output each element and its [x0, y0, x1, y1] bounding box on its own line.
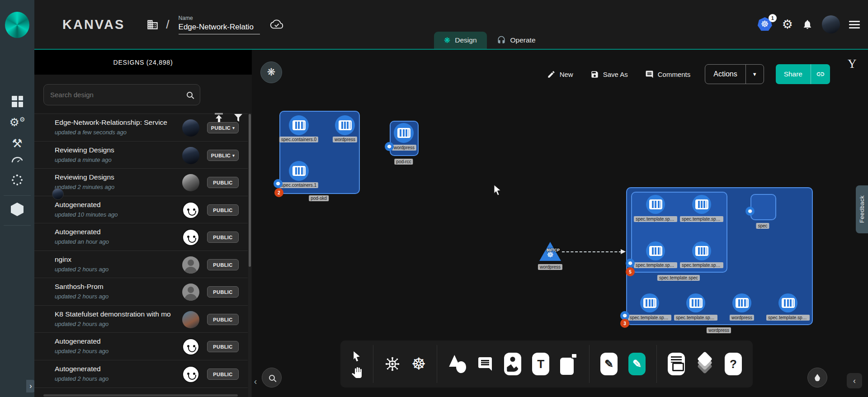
pod-badge-icon[interactable]: ☸	[385, 142, 394, 151]
scrollbar-thumb[interactable]	[249, 114, 251, 267]
collapse-right-chevron[interactable]: ‹	[847, 373, 862, 388]
visibility-badge[interactable]: PUBLIC	[207, 232, 239, 243]
alert-count-badge[interactable]: 3	[620, 319, 629, 328]
container-node[interactable]	[289, 115, 309, 135]
actions-caret-button[interactable]: ▼	[745, 65, 764, 84]
settings-button[interactable]: ⚙	[782, 19, 793, 31]
pen-tool[interactable]: ✎	[600, 353, 618, 375]
sticky-note-tool[interactable]	[560, 353, 578, 375]
container-node[interactable]	[335, 115, 355, 135]
visibility-badge[interactable]: PUBLIC▾	[207, 150, 239, 161]
pod-badge-icon[interactable]: ☸	[745, 207, 755, 216]
node-spec[interactable]	[750, 194, 776, 220]
design-list-item[interactable]: nginx updated 2 hours ago PUBLIC	[34, 250, 248, 278]
container-node[interactable]	[646, 241, 665, 260]
visibility-badge[interactable]: PUBLIC▾	[207, 122, 239, 133]
breadcrumb-separator: /	[166, 18, 169, 32]
collapse-panel-chevron[interactable]: ‹	[252, 374, 259, 388]
container-node[interactable]	[289, 161, 309, 181]
visibility-badge[interactable]: PUBLIC	[207, 341, 239, 352]
shapes-dock-toggle-button[interactable]: ❋	[260, 61, 282, 83]
zoom-button[interactable]	[262, 368, 282, 388]
designs-scrollbar[interactable]	[248, 113, 251, 397]
help-tool[interactable]: ?	[725, 353, 742, 375]
visibility-badge[interactable]: PUBLIC	[207, 369, 239, 380]
visibility-badge[interactable]: PUBLIC	[207, 204, 239, 216]
sidebar-item-extensions[interactable]	[0, 175, 34, 185]
design-list-item[interactable]: Reviewing Designs updated 2 minutes ago …	[34, 168, 248, 196]
new-design-button[interactable]: New	[544, 70, 576, 79]
tab-operate[interactable]: Operate	[487, 32, 546, 49]
comments-button[interactable]: Comments	[642, 70, 693, 79]
component-graph-tool[interactable]	[384, 356, 401, 372]
comment-tool[interactable]	[477, 356, 493, 372]
sidebar-item-lifecycle[interactable]: ⚙⚙	[0, 116, 34, 129]
container-node[interactable]	[692, 241, 711, 260]
container-node[interactable]	[686, 293, 705, 312]
layers-tool[interactable]	[696, 354, 714, 374]
edge-service-to-deployment[interactable]	[562, 251, 622, 252]
visibility-badge[interactable]: PUBLIC	[207, 259, 239, 270]
search-input[interactable]	[44, 91, 187, 99]
design-list-item[interactable]: Autogenerated updated 2 hours ago PUBLIC	[34, 360, 248, 388]
designs-horizontal-scrollbar[interactable]	[43, 394, 238, 397]
feedback-tab[interactable]: Feedback	[856, 185, 868, 233]
container-node[interactable]	[732, 293, 751, 312]
image-tool[interactable]	[504, 353, 521, 375]
container-node[interactable]	[640, 293, 659, 312]
sidebar-item-configuration[interactable]: ⚒	[0, 137, 34, 151]
pod-badge-icon[interactable]: ☸	[626, 259, 635, 268]
container-node[interactable]	[778, 293, 797, 312]
visibility-badge[interactable]: PUBLIC	[207, 314, 239, 325]
kubernetes-wheel-icon: ☸	[411, 356, 426, 372]
shapes-tool[interactable]	[448, 354, 466, 374]
freehand-draw-tool-active[interactable]: ✎	[628, 353, 646, 375]
node-pod-template[interactable]	[631, 192, 727, 273]
k8s-context-switcher[interactable]: ☸ 1	[758, 17, 773, 32]
design-list-item[interactable]: Autogenerated updated 2 hours ago PUBLIC	[34, 332, 248, 360]
pod-badge-icon[interactable]: ☸	[274, 179, 283, 188]
meshery-logo-container[interactable]	[0, 0, 34, 50]
tab-design[interactable]: ❋ Design	[434, 32, 487, 49]
container-node[interactable]	[692, 195, 711, 214]
container-node[interactable]	[646, 195, 665, 214]
user-avatar[interactable]	[822, 15, 840, 33]
sidebar-item-dashboard[interactable]	[0, 96, 34, 107]
design-list-item[interactable]: Autogenerated updated 10 minutes ago PUB…	[34, 196, 248, 223]
designs-panel: DESIGNS (24,898) Edge-Network-Relationsh…	[34, 50, 252, 397]
node-label: spec.template.spec...	[674, 315, 717, 321]
notifications-button[interactable]	[802, 19, 813, 30]
organization-icon[interactable]	[146, 19, 159, 31]
search-box[interactable]	[43, 84, 200, 105]
kubernetes-components-tool[interactable]: ☸	[411, 356, 426, 372]
pan-tool-button[interactable]	[351, 367, 362, 378]
sidebar-item-kanvas[interactable]	[0, 203, 34, 216]
design-list-item[interactable]: K8 Statefulset demonstration with mo upd…	[34, 305, 248, 333]
design-updated: updated 2 hours ago	[55, 321, 108, 327]
design-name-field[interactable]: Name Edge-Network-Relatio	[179, 15, 260, 34]
dock-pin-button[interactable]	[807, 368, 827, 388]
save-as-button[interactable]: Save As	[588, 70, 631, 79]
design-canvas[interactable]: ❋ New Save As Comments Actions ▼ Share	[252, 50, 868, 397]
design-list-item[interactable]: Autogenerated updated an hour ago PUBLIC	[34, 223, 248, 250]
design-list-item[interactable]: Edge-Network-Relationship: Service updat…	[34, 113, 248, 141]
visibility-badge[interactable]: PUBLIC	[207, 286, 239, 298]
sidebar-item-performance[interactable]	[0, 155, 34, 164]
design-name-input[interactable]: Edge-Network-Relatio	[179, 23, 260, 34]
select-tool-button[interactable]	[351, 350, 362, 363]
actions-button[interactable]: Actions	[705, 65, 745, 84]
sidebar-expand-button[interactable]: ›	[26, 380, 35, 392]
archive-tool[interactable]	[668, 353, 685, 375]
design-list-item[interactable]: Reviewing Designs updated a minute ago P…	[34, 141, 248, 169]
visibility-badge[interactable]: PUBLIC	[207, 177, 239, 188]
container-node[interactable]	[394, 123, 414, 143]
kanvas-logo[interactable]: KANVAS	[42, 16, 125, 33]
alert-count-badge[interactable]: 5	[626, 267, 635, 276]
alert-count-badge[interactable]: 2	[274, 188, 283, 197]
text-tool[interactable]: T	[532, 353, 549, 375]
hamburger-menu[interactable]	[849, 21, 860, 28]
copy-link-button[interactable]	[811, 64, 830, 84]
share-button[interactable]: Share	[776, 64, 811, 84]
version-branch-icon[interactable]: Y	[848, 57, 857, 71]
design-list-item[interactable]: Santhosh-Prom updated 2 hours ago PUBLIC	[34, 278, 248, 305]
